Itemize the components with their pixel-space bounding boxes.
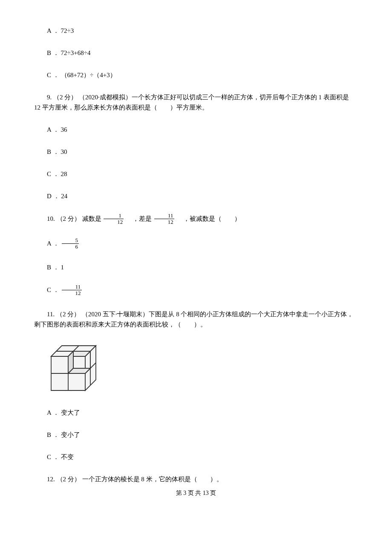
page-footer: 第 3 页 共 13 页 bbox=[34, 489, 358, 498]
fraction-1-12: 1 12 bbox=[104, 213, 124, 225]
frac-den: 12 bbox=[104, 219, 124, 225]
q11-option-a: A ． 变大了 bbox=[34, 408, 358, 418]
q9-option-b: B ． 30 bbox=[34, 147, 358, 157]
q9-option-c: C ． 28 bbox=[34, 169, 358, 179]
q11-option-b: B ． 变小了 bbox=[34, 430, 358, 440]
frac-num: 11 bbox=[154, 213, 174, 219]
q12-stem: 12. （2 分） 一个正方体的棱长是 8 米，它的体积是（ ）。 bbox=[34, 474, 358, 484]
q10-option-b: B ． 1 bbox=[34, 262, 358, 272]
q11-line2: 剩下图形的表面积和原来大正方体的表面积比较，（ ）。 bbox=[34, 321, 207, 328]
fraction-11-12: 11 12 bbox=[62, 284, 82, 297]
q10-stem-mid: ，差是 bbox=[126, 215, 153, 222]
q8-option-b: B ． 72÷3+68÷4 bbox=[34, 48, 358, 58]
q9-line1: 9. （2 分） （2020·成都模拟）一个长方体正好可以切成三个一样的正方体，… bbox=[47, 94, 349, 101]
frac-num: 11 bbox=[62, 284, 82, 290]
cube-missing-corner-icon bbox=[47, 341, 102, 393]
q9-option-a: A ． 36 bbox=[34, 124, 358, 135]
q10-stem: 10. （2 分） 减数是 1 12 ，差是 11 12 ，被减数是（ ） bbox=[34, 213, 358, 226]
q10-optC-pre: C ． bbox=[47, 286, 61, 293]
fraction-11-12: 11 12 bbox=[154, 213, 174, 225]
q11-stem: 11. （2 分） （2020 五下·十堰期末）下图是从 8 个相同的小正方体组… bbox=[34, 309, 358, 330]
q11-line1: 11. （2 分） （2020 五下·十堰期末）下图是从 8 个相同的小正方体组… bbox=[47, 311, 353, 318]
cube-figure bbox=[47, 341, 358, 396]
q10-option-a: A ． 5 6 bbox=[34, 238, 358, 251]
q9-stem: 9. （2 分） （2020·成都模拟）一个长方体正好可以切成三个一样的正方体，… bbox=[34, 92, 358, 113]
frac-num: 1 bbox=[104, 213, 124, 219]
q10-optA-pre: A ． bbox=[47, 240, 61, 247]
frac-num: 5 bbox=[62, 237, 79, 244]
frac-den: 12 bbox=[62, 290, 82, 296]
q10-stem-pre: 10. （2 分） 减数是 bbox=[47, 215, 103, 222]
frac-den: 12 bbox=[154, 219, 174, 225]
q10-stem-post: ，被减数是（ ） bbox=[177, 215, 241, 222]
frac-den: 6 bbox=[62, 244, 79, 250]
q10-option-c: C ． 11 12 bbox=[34, 284, 358, 297]
q9-option-d: D ． 24 bbox=[34, 191, 358, 201]
q8-option-c: C ． （68+72）÷（4+3） bbox=[34, 70, 358, 80]
q8-option-a: A ． 72÷3 bbox=[34, 26, 358, 36]
q9-line2: 12 平方厘米，那么原来长方体的表面积是（ ）平方厘米。 bbox=[34, 104, 208, 111]
q11-option-c: C ． 不变 bbox=[34, 452, 358, 462]
fraction-5-6: 5 6 bbox=[62, 237, 79, 250]
